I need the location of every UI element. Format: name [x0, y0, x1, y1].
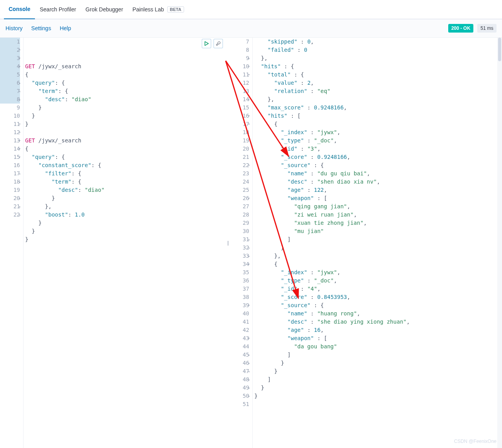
toolbar: History Settings Help 200 - OK 51 ms: [0, 19, 502, 38]
request-pane: 12▾3▾4▾56▴7▴8▴91011▾12▾13▾14▾15▾1617▴18▴…: [0, 38, 227, 448]
settings-link[interactable]: Settings: [31, 25, 51, 31]
request-gutter: 12▾3▾4▾56▴7▴8▴91011▾12▾13▾14▾15▾1617▴18▴…: [0, 38, 24, 448]
response-gutter: 789▴10▾11▾121314▴1516▾17▾1819202122▾2324…: [229, 38, 253, 448]
beta-badge: BETA: [167, 6, 184, 13]
run-button[interactable]: [202, 39, 211, 48]
response-editor[interactable]: "skipped" : 0, "failed" : 0 }, "hits" : …: [253, 38, 502, 448]
play-icon: [204, 41, 209, 46]
tab-bar: Console Search Profiler Grok Debugger Pa…: [0, 0, 502, 19]
response-pane: 789▴10▾11▾121314▴1516▾17▾1819202122▾2324…: [229, 38, 502, 448]
wrench-button[interactable]: [214, 39, 223, 48]
help-link[interactable]: Help: [60, 25, 71, 31]
scrollbar-thumb[interactable]: [498, 38, 501, 61]
svg-marker-0: [205, 42, 208, 46]
tab-grok-debugger[interactable]: Grok Debugger: [81, 0, 128, 19]
history-link[interactable]: History: [5, 25, 23, 31]
tab-painless-label: Painless Lab: [133, 6, 164, 13]
scrollbar[interactable]: [497, 38, 502, 448]
request-editor[interactable]: GET /jywx/_search{ "query": { "term": { …: [24, 38, 227, 448]
watermark: CSDN @FeenixOne: [454, 439, 497, 444]
status-badge: 200 - OK: [448, 24, 474, 33]
tab-painless-lab[interactable]: Painless Lab BETA: [128, 0, 189, 19]
tab-console[interactable]: Console: [4, 0, 35, 19]
editors: 12▾3▾4▾56▴7▴8▴91011▾12▾13▾14▾15▾1617▴18▴…: [0, 38, 502, 448]
wrench-icon: [216, 41, 221, 46]
tab-search-profiler[interactable]: Search Profiler: [35, 0, 81, 19]
latency-badge: 51 ms: [477, 24, 497, 33]
